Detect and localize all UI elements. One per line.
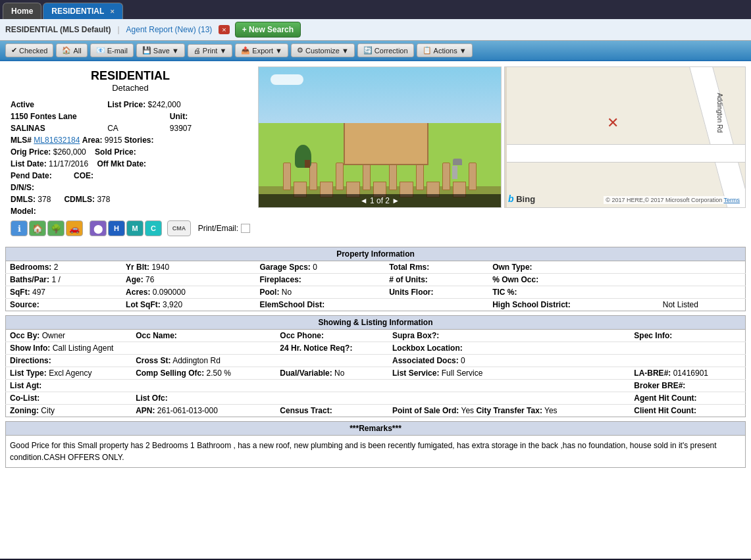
listing-area: RESIDENTIAL Detached Active List Price: … [0, 61, 751, 473]
icon-group-center: ⬤ H M C [90, 220, 162, 236]
export-icon: 📤 [241, 46, 250, 55]
lockbox-label: Lockbox Location: [392, 344, 463, 353]
age-label: Age: [126, 275, 143, 284]
map-marker: ✕ [607, 115, 619, 132]
pool-label: Pool: [259, 288, 279, 297]
hr24-label: 24 Hr. Notice Req?: [280, 344, 352, 353]
assoc-docs-value: 0 [461, 356, 465, 365]
email-button[interactable]: 📧 E-mail [90, 43, 134, 57]
home-icon-btn[interactable]: 🏠 [29, 220, 46, 236]
map-terms-link[interactable]: Terms [724, 197, 740, 203]
property-photo: ◄ 1 of 2 ► [258, 66, 502, 208]
dual-var-value: No [334, 369, 344, 378]
checked-button[interactable]: ✔ Checked [5, 43, 53, 57]
point-of-sale-value: Yes [461, 406, 475, 415]
print-button[interactable]: 🖨 Print ▼ [188, 44, 233, 57]
print-label: Print [203, 47, 218, 55]
pct-label: % [224, 369, 231, 378]
broker-bre-label: Broker BRE#: [634, 381, 685, 390]
c-icon-btn[interactable]: C [145, 220, 162, 236]
mls-label: MLS# [11, 136, 32, 145]
pct-own-occ-label: % Own Occ: [492, 275, 538, 284]
cma-icon-btn[interactable]: CMA [167, 220, 191, 236]
cross-st-label: Cross St: [136, 356, 170, 365]
tree-icon-btn[interactable]: 🌳 [47, 220, 65, 236]
bedrooms-value: 2 [54, 263, 59, 272]
h-icon-btn[interactable]: H [108, 220, 125, 236]
baths-par-value: 1 / [51, 275, 60, 284]
property-info-table: Bedrooms: 2 Yr Blt: 1940 Garage Spcs: 0 … [5, 261, 746, 311]
area-label: Area: [82, 136, 103, 145]
property-info-header: Property Information [5, 247, 746, 261]
showing-info-section: Showing & Listing Information Occ By: Ow… [5, 315, 746, 417]
la-bre-label: LA-BRE#: [634, 369, 671, 378]
list-price-label: List Price: [107, 100, 145, 109]
table-row: Source: Lot SqFt: 3,920 ElemSchool Dist:… [6, 299, 746, 311]
yr-blt-value: 1940 [151, 263, 169, 272]
save-button[interactable]: 💾 Save ▼ [136, 43, 185, 57]
apn-label: APN: [136, 406, 155, 415]
print-email-checkbox[interactable] [241, 224, 250, 233]
map-box: ✕ Addington Rd b Bing © 2017 HERE,© 2017… [504, 66, 746, 208]
new-search-button[interactable]: + New Search [235, 22, 301, 38]
address-label: 1150 Fontes Lane [11, 112, 77, 121]
occ-phone-label: Occ Phone: [280, 331, 324, 340]
listing-title: RESIDENTIAL [8, 69, 253, 83]
table-row: List Type: Excl Agency Comp Selling Ofc:… [6, 367, 746, 380]
tab-close-icon[interactable]: × [110, 7, 114, 15]
mls-number-link[interactable]: ML81632184 [34, 136, 80, 145]
export-button[interactable]: 📤 Export ▼ [235, 43, 288, 57]
tic-pct-label: TIC %: [492, 288, 517, 297]
purple-icon-btn[interactable]: ⬤ [90, 220, 107, 236]
car-icon-btn[interactable]: 🚗 [66, 220, 83, 236]
state-value: CA [107, 124, 118, 133]
all-button[interactable]: 🏠 All [56, 43, 87, 57]
remarks-text: Good Price for this Small property has 2… [5, 435, 746, 468]
pend-date-label: Pend Date: [11, 171, 52, 180]
all-label: All [73, 47, 81, 55]
icon-toolbar: ℹ 🏠 🌳 🚗 ⬤ H M C CMA Print/Email: [8, 219, 253, 238]
agent-report-link[interactable]: Agent Report (New) (13) [126, 25, 213, 34]
map-copyright: © 2017 HERE,© 2017 Microsoft Corporation… [604, 196, 742, 204]
list-type-value: Excl Agency [49, 369, 91, 378]
toolbar-row1: RESIDENTIAL (MLS Default) | Agent Report… [0, 19, 751, 41]
remarks-section: ***Remarks*** Good Price for this Small … [5, 421, 746, 468]
photo-nav[interactable]: ◄ 1 of 2 ► [259, 194, 501, 207]
toolbar-row2: ✔ Checked 🏠 All 📧 E-mail 💾 Save ▼ 🖨 Prin… [0, 41, 751, 61]
list-date-value: 11/17/2016 [49, 159, 88, 168]
dmls-value: 378 [38, 195, 51, 204]
customize-button[interactable]: ⚙ Customize ▼ [291, 43, 355, 57]
tab-home[interactable]: Home [3, 3, 41, 19]
directions-label: Directions: [10, 356, 51, 365]
show-info-label: Show Info: [10, 344, 50, 353]
city-value: SALINAS [11, 124, 45, 133]
remarks-header: ***Remarks*** [5, 421, 746, 435]
actions-button[interactable]: 📋 Actions ▼ [417, 43, 473, 57]
age-value: 76 [145, 275, 154, 284]
off-mkt-label: Off Mkt Date: [97, 159, 146, 168]
tab-residential[interactable]: RESIDENTIAL × [43, 3, 123, 19]
actions-dropdown-icon: ▼ [459, 47, 467, 55]
show-info-value: Call Listing Agent [53, 344, 114, 353]
high-school-label: High School District: [492, 300, 571, 309]
list-agt-label: List Agt: [10, 381, 41, 390]
close-report-button[interactable]: × [219, 25, 229, 34]
listing-details-table: Active List Price: $242,000 1150 Fontes … [8, 98, 253, 218]
unit-label: Unit: [170, 112, 188, 121]
list-price-value: $242,000 [148, 100, 181, 109]
yr-blt-label: Yr Blt: [126, 263, 149, 272]
city-transfer-value: Yes [544, 406, 557, 415]
correction-button[interactable]: 🔄 Correction [357, 43, 414, 57]
save-label: Save [153, 47, 170, 55]
lot-sqft-value: 3,920 [163, 300, 182, 309]
email-icon: 📧 [96, 46, 105, 55]
table-row: Baths/Par: 1 / Age: 76 Fireplaces: # of … [6, 274, 746, 286]
occ-name-label: Occ Name: [136, 331, 177, 340]
status-label: Active [11, 100, 34, 109]
info-icon-btn[interactable]: ℹ [11, 220, 28, 236]
cross-st-value: Addington Rd [172, 356, 220, 365]
main-area: RESIDENTIAL (MLS Default) | Agent Report… [0, 19, 751, 559]
fireplaces-label: Fireplaces: [259, 275, 301, 284]
table-row: Occ By: Owner Occ Name: Occ Phone: Supra… [6, 330, 746, 342]
m-icon-btn[interactable]: M [126, 220, 143, 236]
